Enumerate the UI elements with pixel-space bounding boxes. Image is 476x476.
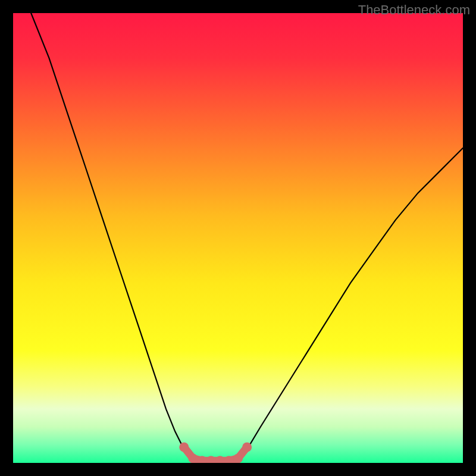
watermark-text: TheBottleneck.com (358, 2, 470, 18)
plot-area (13, 13, 463, 463)
right-curve-line (238, 148, 463, 461)
bottom-segment-dot (242, 443, 252, 452)
bottom-segment-dot (188, 453, 198, 463)
chart-container: TheBottleneck.com (0, 0, 476, 476)
bottom-segment-dot (233, 453, 243, 463)
bottom-segment-dot (179, 443, 189, 452)
chart-curves (13, 13, 463, 463)
left-curve-line (31, 13, 193, 461)
